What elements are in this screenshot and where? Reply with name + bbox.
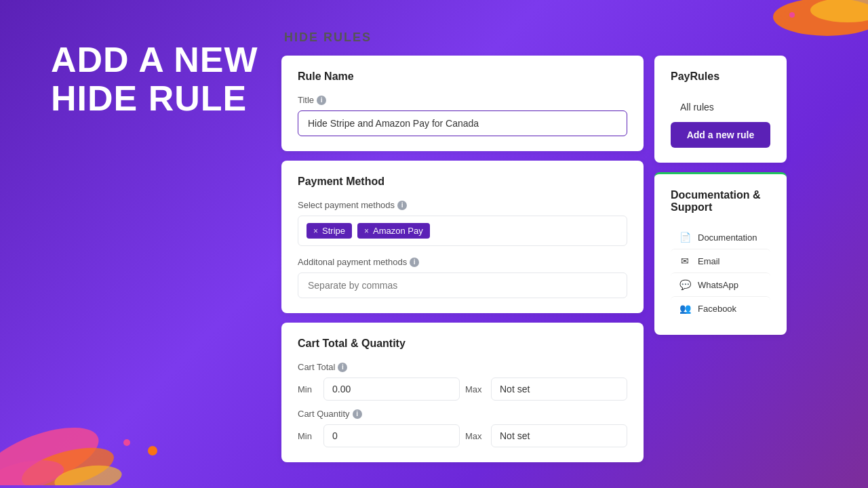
tag-amazon-pay-label: Amazon Pay [373, 226, 423, 236]
title-info-icon[interactable]: i [317, 96, 326, 105]
payment-info-icon[interactable]: i [397, 201, 407, 210]
cart-total-label: Cart Total i [298, 362, 627, 372]
dot-decoration-bottom [123, 439, 130, 446]
cart-qty-max-label: Max [465, 431, 486, 441]
headline-line2: HIDE RULE [51, 79, 258, 118]
cart-total-max-label: Max [465, 384, 486, 394]
documentation-icon: 📄 [679, 232, 691, 243]
rule-name-card: Rule Name Title i [281, 56, 644, 151]
main-content: HIDE RULES Rule Name Title i Payment Met… [281, 30, 787, 462]
add-new-rule-button[interactable]: Add a new rule [671, 122, 770, 148]
dot-orange-decoration [148, 446, 157, 455]
payrules-card: PayRules All rules Add a new rule [654, 56, 787, 163]
payment-method-card: Payment Method Select payment methods i … [281, 161, 644, 313]
whatsapp-icon: 💬 [679, 279, 691, 290]
cart-total-min-label: Min [298, 384, 318, 394]
title-input[interactable] [298, 110, 627, 136]
cart-total-min-input[interactable] [323, 378, 460, 401]
rule-name-card-title: Rule Name [298, 70, 627, 83]
payment-tags-container[interactable]: × Stripe × Amazon Pay [298, 216, 627, 246]
payrules-title: PayRules [671, 70, 770, 83]
tag-stripe-label: Stripe [322, 226, 345, 236]
support-item-facebook[interactable]: 👥 Facebook [671, 296, 770, 320]
title-field-label: Title i [298, 95, 627, 105]
tag-amazon-pay-remove[interactable]: × [364, 226, 369, 236]
cart-quantity-info-icon[interactable]: i [353, 409, 362, 419]
tag-amazon-pay: × Amazon Pay [357, 223, 430, 239]
support-card: Documentation & Support 📄 Documentation … [654, 172, 787, 335]
cart-total-row: Min Max [298, 378, 627, 401]
cart-card: Cart Total & Quantity Cart Total i Min M… [281, 323, 644, 462]
documentation-label: Documentation [698, 232, 757, 243]
left-column: Rule Name Title i Payment Method Select … [281, 56, 644, 462]
page-title: HIDE RULES [281, 30, 787, 45]
facebook-icon: 👥 [679, 303, 691, 314]
tag-stripe-remove[interactable]: × [313, 226, 318, 236]
facebook-label: Facebook [698, 304, 736, 314]
select-payment-label: Select payment methods i [298, 200, 627, 210]
all-rules-item[interactable]: All rules [671, 95, 770, 119]
support-item-documentation[interactable]: 📄 Documentation [671, 226, 770, 249]
page-headline: ADD A NEW HIDE RULE [51, 41, 258, 118]
cart-quantity-label: Cart Quantity i [298, 409, 627, 419]
cart-quantity-row: Min Max [298, 424, 627, 447]
decoration-bottom-left [0, 350, 170, 488]
support-item-email[interactable]: ✉ Email [671, 249, 770, 272]
cart-qty-min-label: Min [298, 431, 318, 441]
cart-total-max-input[interactable] [491, 378, 627, 401]
email-icon: ✉ [679, 256, 691, 266]
support-item-whatsapp[interactable]: 💬 WhatsApp [671, 272, 770, 296]
whatsapp-label: WhatsApp [698, 280, 738, 290]
email-label: Email [698, 256, 720, 266]
additional-info-icon[interactable]: i [410, 258, 419, 267]
headline-line1: ADD A NEW [51, 41, 258, 79]
additional-payment-input[interactable] [298, 272, 627, 298]
payrules-menu: All rules [671, 95, 770, 119]
right-column: PayRules All rules Add a new rule Docume… [654, 56, 787, 335]
tag-stripe: × Stripe [307, 223, 352, 239]
payment-method-title: Payment Method [298, 176, 627, 188]
support-card-title: Documentation & Support [671, 189, 770, 214]
support-items-list: 📄 Documentation ✉ Email 💬 WhatsApp 👥 Fac… [671, 226, 770, 320]
additional-payment-label: Additonal payment methods i [298, 257, 627, 267]
cart-total-info-icon[interactable]: i [338, 363, 347, 372]
cart-card-title: Cart Total & Quantity [298, 338, 627, 350]
cart-qty-max-input[interactable] [491, 424, 627, 447]
dot-decoration-top [789, 12, 795, 18]
content-grid: Rule Name Title i Payment Method Select … [281, 56, 787, 462]
cart-qty-min-input[interactable] [323, 424, 460, 447]
